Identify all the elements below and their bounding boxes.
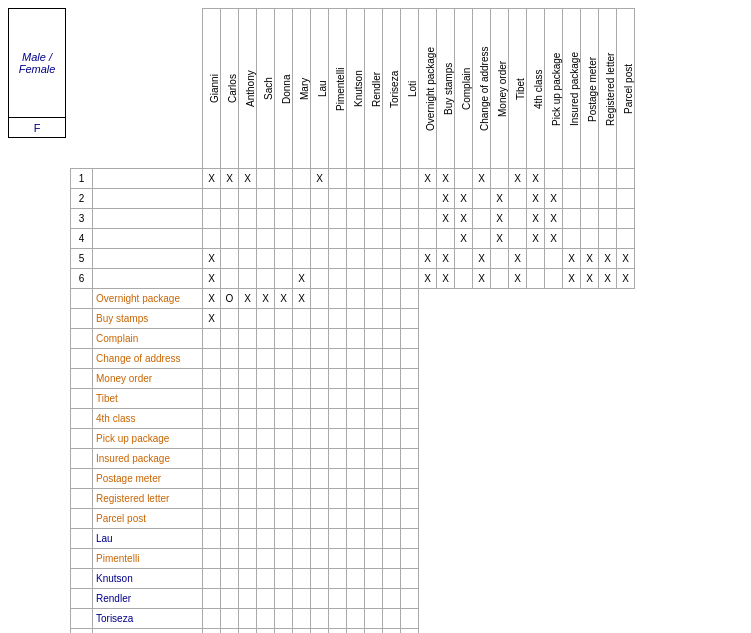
- header-insured: Insured package: [563, 9, 581, 169]
- table-row: Pick up package: [71, 429, 635, 449]
- header-mary: Mary: [293, 9, 311, 169]
- main-table-wrapper: Gianni Carlos Anthony Sach Donna Mary La…: [70, 8, 635, 633]
- table-row: Money order: [71, 369, 635, 389]
- table-row: Registered letter: [71, 489, 635, 509]
- header-registered: Registered letter: [599, 9, 617, 169]
- left-panel: Male /Female F: [8, 8, 66, 633]
- header-complain: Complain: [455, 9, 473, 169]
- header-toriseza: Toriseza: [383, 9, 401, 169]
- header-knutson: Knutson: [347, 9, 365, 169]
- header-changeofaddress: Change of address: [473, 9, 491, 169]
- header-pickup: Pick up package: [545, 9, 563, 169]
- header-lau: Lau: [311, 9, 329, 169]
- table-row: Rendler: [71, 589, 635, 609]
- header-carlos: Carlos: [221, 9, 239, 169]
- table-row: Change of address: [71, 349, 635, 369]
- header-rendler: Rendler: [365, 9, 383, 169]
- header-buystamps: Buy stamps: [437, 9, 455, 169]
- header-anthony: Anthony: [239, 9, 257, 169]
- gender-value: F: [8, 118, 66, 138]
- main-container: Male /Female F Gianni Carlos Anthony Sac…: [0, 0, 751, 633]
- header-gianni: Gianni: [203, 9, 221, 169]
- table-row: Knutson: [71, 569, 635, 589]
- header-pimentelli: Pimentelli: [329, 9, 347, 169]
- table-row: Loti: [71, 629, 635, 634]
- table-row: Tibet: [71, 389, 635, 409]
- header-postage: Postage meter: [581, 9, 599, 169]
- header-overnight: Overnight package: [419, 9, 437, 169]
- header-tibet: Tibet: [509, 9, 527, 169]
- table-row: 4 X X XX: [71, 229, 635, 249]
- header-donna: Donna: [275, 9, 293, 169]
- header-4thclass: 4th class: [527, 9, 545, 169]
- table-row: 5 X XX XX X XXX: [71, 249, 635, 269]
- table-row: Lau: [71, 529, 635, 549]
- table-row: 3 XX X XX: [71, 209, 635, 229]
- table-row: Buy stamps X: [71, 309, 635, 329]
- table-row: Parcel post: [71, 509, 635, 529]
- table-row: Overnight package XOX XXX: [71, 289, 635, 309]
- table-row: Complain: [71, 329, 635, 349]
- male-female-label: Male /Female: [8, 8, 66, 118]
- table-row: Toriseza: [71, 609, 635, 629]
- table-row: 6 X X XX XX X XXX: [71, 269, 635, 289]
- table-row: Insured package: [71, 449, 635, 469]
- table-row: 4th class: [71, 409, 635, 429]
- header-parcelpost: Parcel post: [617, 9, 635, 169]
- table-row: Pimentelli: [71, 549, 635, 569]
- table-row: 2 XX X XX: [71, 189, 635, 209]
- header-loti: Loti: [401, 9, 419, 169]
- table-row: 1 XXX X XX XX X: [71, 169, 635, 189]
- top-table: Gianni Carlos Anthony Sach Donna Mary La…: [70, 8, 635, 633]
- table-row: Postage meter: [71, 469, 635, 489]
- header-moneyorder: Money order: [491, 9, 509, 169]
- header-sach: Sach: [257, 9, 275, 169]
